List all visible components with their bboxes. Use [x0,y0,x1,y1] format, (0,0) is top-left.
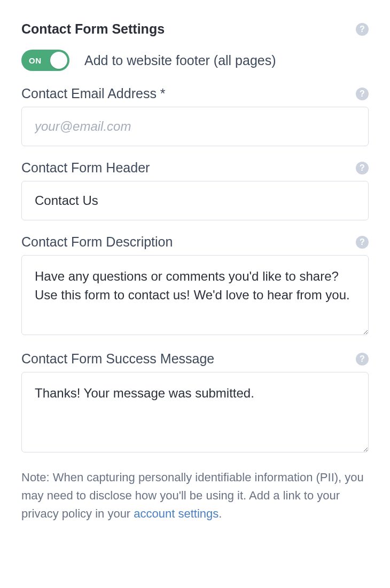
success-message-label: Contact Form Success Message [21,351,214,367]
contact-email-label: Contact Email Address * [21,86,166,101]
field-form-description: Contact Form Description ? [21,234,369,337]
footer-toggle-description: Add to website footer (all pages) [84,53,276,68]
help-icon[interactable]: ? [356,88,369,100]
form-description-textarea[interactable] [21,255,369,335]
contact-email-input[interactable] [21,107,369,146]
footer-toggle-row: ON Add to website footer (all pages) [21,50,369,71]
help-icon[interactable]: ? [356,162,369,174]
form-description-label: Contact Form Description [21,234,173,250]
pii-note-suffix: . [219,507,222,520]
form-header-label: Contact Form Header [21,160,150,176]
help-icon[interactable]: ? [356,236,369,249]
section-header: Contact Form Settings ? [21,21,369,37]
help-icon[interactable]: ? [356,353,369,365]
account-settings-link[interactable]: account settings [134,507,219,520]
help-icon[interactable]: ? [356,23,369,36]
page-title: Contact Form Settings [21,21,165,37]
pii-note: Note: When capturing personally identifi… [21,468,369,523]
toggle-knob [50,52,67,69]
toggle-state-label: ON [21,56,42,65]
field-success-message: Contact Form Success Message ? [21,351,369,454]
field-contact-email: Contact Email Address * ? [21,86,369,146]
form-header-input[interactable] [21,181,369,220]
success-message-textarea[interactable] [21,372,369,452]
field-form-header: Contact Form Header ? [21,160,369,220]
footer-toggle[interactable]: ON [21,50,69,71]
